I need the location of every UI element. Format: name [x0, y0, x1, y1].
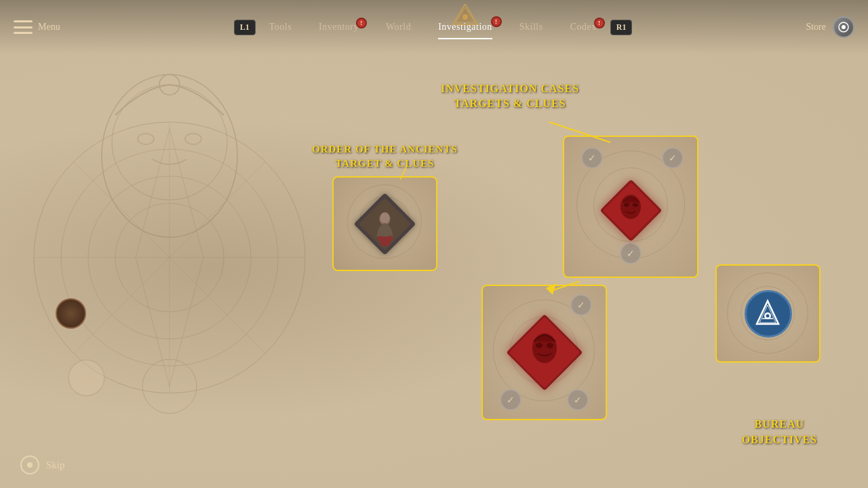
flower-decoration [375, 233, 395, 249]
check-circle-bot-bl: ✓ [500, 389, 521, 411]
check-circle-bottom: ✓ [620, 243, 642, 264]
nav-item-codex[interactable]: Codex [557, 16, 610, 38]
investigation-icon [452, 4, 479, 28]
nav-center: L1 Tools Inventory World Investigation [234, 16, 633, 38]
face-svg-bottom [521, 327, 568, 373]
card-order-ancients[interactable] [332, 176, 437, 271]
card-bureau-objectives[interactable] [715, 264, 821, 363]
store-icon-svg [837, 21, 850, 33]
codex-label: Codex [570, 22, 597, 33]
card-investigation-top-inner: ✓ ✓ ✓ [564, 137, 697, 277]
inventory-label: Inventory [319, 22, 359, 33]
world-label: World [386, 22, 411, 33]
order-ancients-line1: Order of the Ancients [312, 144, 458, 155]
card-investigation-bottom-inner: ✓ ✓ ✓ [483, 286, 606, 419]
card-bureau-inner [717, 266, 819, 361]
menu-label[interactable]: Menu [38, 22, 60, 33]
r1-badge[interactable]: R1 [610, 20, 633, 35]
card-bur-circle-inner [741, 286, 795, 340]
target-icon-top [599, 179, 662, 241]
navbar: Menu L1 Tools Inventory World [0, 0, 868, 54]
card-ancients-inner [334, 178, 436, 270]
nav-item-investigation[interactable]: Investigation [425, 16, 506, 38]
codex-badge [594, 18, 605, 28]
nav-item-inventory[interactable]: Inventory [305, 16, 372, 38]
nav-item-world[interactable]: World [372, 16, 425, 38]
flower-svg [375, 233, 395, 247]
main-content: Investigation Cases Targets & Clues Orde… [0, 54, 868, 488]
menu-icon [14, 20, 33, 34]
svg-point-25 [380, 211, 390, 222]
svg-point-17 [462, 14, 468, 20]
target-icon-bottom [506, 314, 583, 390]
face-svg-top [612, 190, 650, 227]
check-circle-bot-tr: ✓ [570, 294, 592, 316]
nav-right: Store [806, 16, 854, 38]
tooltip-order-ancients: Order of the Ancients Target & Clues [312, 142, 458, 171]
skip-dot [27, 462, 33, 468]
target-face-top [602, 182, 658, 238]
left-indicator-light [68, 359, 105, 396]
tooltip-bureau-objectives: Bureau Objectives [742, 417, 817, 447]
investigation-badge [491, 16, 502, 27]
svg-point-19 [842, 25, 846, 29]
store-label[interactable]: Store [806, 22, 826, 33]
svg-point-30 [384, 241, 390, 246]
target-face-bottom [509, 317, 580, 388]
check-circle-tr: ✓ [662, 147, 684, 169]
tools-label: Tools [269, 22, 292, 33]
skip-button[interactable]: Skip [20, 455, 65, 474]
store-icon[interactable] [833, 16, 854, 38]
investigation-cases-line2: Targets & Clues [454, 98, 566, 109]
bureau-line1: Bureau [755, 418, 805, 430]
order-ancients-line2: Target & Clues [335, 158, 434, 169]
bureau-line2: Objectives [742, 434, 817, 445]
nav-item-skills[interactable]: Skills [506, 16, 557, 38]
check-circle-tl: ✓ [581, 147, 603, 169]
inventory-badge [356, 18, 367, 28]
nav-left: Menu [14, 20, 60, 34]
skip-circle-button [20, 455, 39, 474]
card-investigation-bottom[interactable]: ✓ ✓ ✓ [481, 285, 607, 420]
check-circle-bot-br: ✓ [567, 389, 589, 411]
l1-badge[interactable]: L1 [234, 20, 256, 35]
tooltip-investigation-cases: Investigation Cases Targets & Clues [441, 81, 579, 112]
investigation-cases-line1: Investigation Cases [441, 83, 579, 94]
skills-label: Skills [519, 22, 543, 33]
svg-point-27 [378, 236, 383, 241]
svg-point-28 [387, 236, 393, 241]
skip-label: Skip [46, 460, 65, 471]
left-indicator-brown [56, 298, 86, 329]
nav-item-tools[interactable]: Tools [256, 16, 305, 38]
card-investigation-top[interactable]: ✓ ✓ ✓ [563, 136, 698, 278]
